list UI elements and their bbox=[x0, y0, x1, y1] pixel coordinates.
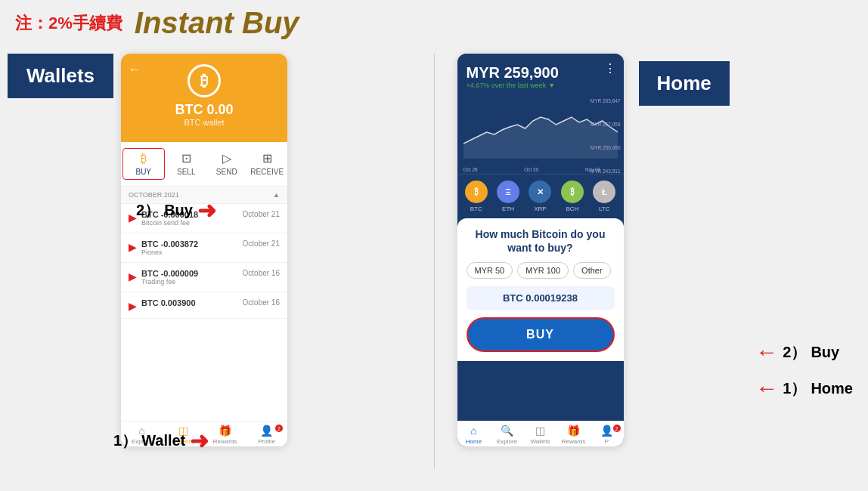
home-num-right: 1） bbox=[783, 378, 806, 399]
tx-details-3: BTC -0.000009 Trading fee bbox=[141, 269, 238, 286]
wallets-section: Wallets bbox=[8, 46, 113, 98]
sell-action[interactable]: ⊡ SELL bbox=[166, 148, 207, 180]
btc-wallet-label: BTC wallet bbox=[129, 118, 280, 127]
page-title: Instant Buy bbox=[135, 6, 299, 40]
left-side: Wallets ← ₿ BTC 0.00 BTC wallet ₿ BUY ⊡ … bbox=[8, 46, 426, 477]
wallet-annotation-left: 1） Wallet ➜ bbox=[113, 428, 209, 454]
home-annotation-right: ← 1） Home bbox=[755, 375, 853, 401]
btc-name: BTC bbox=[470, 205, 482, 212]
nav-home-right[interactable]: ⌂ Home bbox=[457, 425, 491, 445]
crypto-xrp[interactable]: ✕ XRP bbox=[529, 181, 551, 212]
header: 注：2%手續費 Instant Buy bbox=[0, 0, 868, 46]
buy-annotation-right: ← 2） Buy bbox=[755, 339, 853, 365]
phone-top-orange: ← ₿ BTC 0.00 BTC wallet bbox=[121, 54, 287, 142]
ltc-name: LTC bbox=[599, 205, 610, 212]
crypto-btc[interactable]: ₿ BTC bbox=[465, 181, 488, 212]
transaction-3: ▶ BTC -0.000009 Trading fee October 16 bbox=[121, 263, 287, 292]
ltc-circle: Ł bbox=[593, 181, 615, 203]
send-label: SEND bbox=[216, 168, 237, 176]
receive-label: RECEIVE bbox=[250, 168, 284, 176]
tx-label-2: Pionex bbox=[141, 249, 238, 256]
crypto-ltc[interactable]: Ł LTC bbox=[593, 181, 615, 212]
crypto-bch[interactable]: ₿ BCH bbox=[561, 181, 584, 212]
dropdown-icon: ▼ bbox=[548, 82, 555, 89]
amount-options: MYR 50 MYR 100 Other bbox=[467, 262, 615, 279]
chart-label-mid2: MYR 250,490 bbox=[591, 145, 621, 150]
price-change: +4.67% over the last week ▼ bbox=[467, 82, 615, 89]
home-icon: ⌂ bbox=[470, 425, 476, 437]
action-bar: ₿ BUY ⊡ SELL ▷ SEND ⊞ RECEIVE bbox=[121, 142, 287, 187]
xrp-name: XRP bbox=[534, 205, 546, 212]
nav-explore-right[interactable]: 🔍 Explore bbox=[491, 425, 524, 445]
nav-rewards[interactable]: 🎁 Rewards bbox=[204, 425, 246, 445]
amount-other[interactable]: Other bbox=[573, 262, 611, 279]
buy-num-right: 2） bbox=[783, 342, 806, 363]
buy-action[interactable]: ₿ BUY bbox=[122, 148, 165, 180]
profile-badge: 2 bbox=[275, 425, 283, 432]
crypto-eth[interactable]: Ξ ETH bbox=[497, 181, 519, 212]
buy-button[interactable]: BUY bbox=[467, 317, 615, 352]
tx-label-3: Trading fee bbox=[141, 278, 238, 286]
tx-date-1: October 21 bbox=[243, 210, 280, 218]
collapse-icon[interactable]: ▲ bbox=[273, 191, 280, 199]
chart-date-2: Oct 30 bbox=[524, 167, 538, 172]
home-arrow-right: ← bbox=[755, 375, 778, 401]
tx-amount-3: BTC -0.000009 bbox=[141, 269, 238, 278]
send-icon: ▷ bbox=[222, 151, 231, 165]
profile-badge-right: 2 bbox=[613, 425, 621, 432]
main-content: Wallets ← ₿ BTC 0.00 BTC wallet ₿ BUY ⊡ … bbox=[0, 46, 868, 477]
chart-label-high: MYR 263,647 bbox=[591, 98, 621, 103]
tx-date-4: October 16 bbox=[243, 298, 280, 307]
profile-icon-right: 👤 bbox=[600, 425, 613, 437]
transaction-2: ▶ BTC -0.003872 Pionex October 21 bbox=[121, 233, 287, 263]
sell-icon: ⊡ bbox=[181, 151, 191, 165]
tx-arrow-icon-4: ▶ bbox=[129, 300, 137, 312]
rewards-label-right: Rewards bbox=[562, 438, 586, 445]
left-phone: ← ₿ BTC 0.00 BTC wallet ₿ BUY ⊡ SELL ▷ S… bbox=[121, 54, 287, 446]
wallet-arrow-left: ➜ bbox=[190, 428, 209, 454]
back-arrow-icon[interactable]: ← bbox=[129, 63, 141, 76]
amount-50[interactable]: MYR 50 bbox=[467, 262, 513, 279]
receive-action[interactable]: ⊞ RECEIVE bbox=[247, 148, 288, 180]
profile-label-right: P bbox=[605, 438, 609, 445]
nav-profile-right[interactable]: 👤 P 2 bbox=[591, 425, 624, 445]
buy-num-left: 2） bbox=[136, 200, 160, 221]
tx-amount-2: BTC -0.003872 bbox=[141, 239, 238, 249]
rewards-label: Rewards bbox=[213, 438, 237, 445]
profile-label: Profile bbox=[258, 438, 275, 445]
phone-right-top: ⋮ MYR 259,900 +4.67% over the last week … bbox=[457, 54, 624, 98]
tx-amount-4: BTC 0.003900 bbox=[141, 298, 238, 307]
center-divider bbox=[434, 54, 435, 469]
tx-arrow-icon-2: ▶ bbox=[129, 241, 137, 253]
tx-details-2: BTC -0.003872 Pionex bbox=[141, 239, 238, 256]
sell-label: SELL bbox=[177, 168, 195, 176]
buy-arrow-left: ➜ bbox=[197, 197, 216, 224]
rewards-icon: 🎁 bbox=[219, 425, 231, 437]
chart-date-3: Nov 01 bbox=[585, 167, 601, 172]
bch-circle: ₿ bbox=[561, 181, 584, 203]
xrp-circle: ✕ bbox=[529, 181, 551, 203]
nav-profile[interactable]: 👤 Profile 2 bbox=[246, 425, 287, 445]
right-phone: ⋮ MYR 259,900 +4.67% over the last week … bbox=[457, 54, 624, 446]
amount-100[interactable]: MYR 100 bbox=[517, 262, 569, 279]
crypto-selector: ₿ BTC Ξ ETH ✕ XRP ₿ BCH Ł LTC bbox=[457, 174, 624, 218]
buy-section: How much Bitcoin do you want to buy? MYR… bbox=[457, 218, 624, 361]
right-annotations: ← 2） Buy ← 1） Home bbox=[755, 339, 853, 401]
right-side: ⋮ MYR 259,900 +4.67% over the last week … bbox=[442, 46, 861, 477]
btc-price: MYR 259,900 bbox=[467, 64, 615, 82]
send-action[interactable]: ▷ SEND bbox=[206, 148, 247, 180]
wallets-icon-right: ◫ bbox=[535, 425, 545, 437]
price-change-text: +4.67% over the last week bbox=[467, 82, 547, 89]
nav-wallets-right[interactable]: ◫ Wallets bbox=[524, 425, 557, 445]
nav-rewards-right[interactable]: 🎁 Rewards bbox=[557, 425, 591, 445]
btc-circle-icon: ₿ bbox=[188, 64, 221, 97]
buy-arrow-right: ← bbox=[755, 339, 778, 365]
chart-date-1: Oct 28 bbox=[463, 167, 478, 172]
tx-arrow-icon-3: ▶ bbox=[129, 270, 137, 283]
receive-icon: ⊞ bbox=[262, 151, 272, 165]
home-label: Home bbox=[639, 61, 730, 106]
chart-labels-right: MYR 263,647 MYR 257,058 MYR 250,490 MYR … bbox=[591, 98, 621, 174]
eth-circle: Ξ bbox=[497, 181, 519, 203]
menu-icon[interactable]: ⋮ bbox=[604, 61, 616, 76]
rewards-icon-right: 🎁 bbox=[567, 425, 580, 437]
